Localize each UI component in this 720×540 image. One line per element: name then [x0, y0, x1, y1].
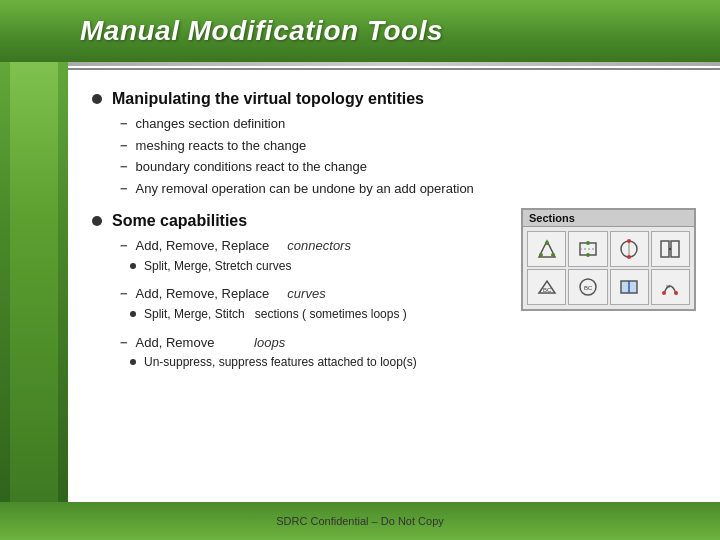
sub-bullet-dot: [130, 263, 136, 269]
svg-rect-12: [661, 241, 669, 257]
list-item: − Any removal operation can be undone by…: [120, 179, 696, 199]
cap-loops-sub: Un-suppress, suppress features attached …: [144, 354, 417, 371]
separator-top2: [68, 68, 720, 70]
svg-rect-13: [671, 241, 679, 257]
svg-point-7: [586, 253, 590, 257]
sections-panel-title: Sections: [523, 210, 694, 227]
bullet1-label: Manipulating the virtual topology entiti…: [112, 90, 424, 108]
cap-item-curves: Add, Remove, Replace curves: [136, 284, 326, 304]
footer-bar: SDRC Confidential – Do Not Copy: [0, 502, 720, 540]
svg-text:st: st: [666, 283, 671, 289]
cap-connector-sub: Split, Merge, Stretch curves: [144, 258, 291, 275]
list-item: − Add, Remove, Replace curves: [120, 284, 505, 304]
sections-grid: BC BC: [523, 227, 694, 309]
cap-group-connectors: − Add, Remove, Replace connectors Split,…: [120, 236, 505, 274]
sub-bullet: Un-suppress, suppress features attached …: [120, 354, 505, 371]
bullet2-sublist: − Add, Remove, Replace connectors Split,…: [92, 236, 505, 371]
sub-bullet: Split, Merge, Stretch curves: [120, 258, 505, 275]
section-icon-6: BC: [574, 273, 602, 301]
sections-panel: Sections: [521, 208, 696, 311]
sections-cell-6: BC: [568, 269, 607, 305]
cap-curves-sub: Split, Merge, Stitch sections ( sometime…: [144, 306, 407, 323]
section-icon-3: [615, 235, 643, 263]
left-decorative-bar: [0, 0, 68, 540]
list-item: − boundary conditions react to the chang…: [120, 157, 696, 177]
sections-cell-4: [651, 231, 690, 267]
svg-point-3: [545, 241, 549, 245]
page-title: Manual Modification Tools: [80, 15, 443, 47]
sub-bullet: Split, Merge, Stitch sections ( sometime…: [120, 306, 505, 323]
main-content: Manipulating the virtual topology entiti…: [68, 72, 720, 502]
svg-point-10: [627, 239, 631, 243]
sections-cell-7: [610, 269, 649, 305]
sections-cell-2: [568, 231, 607, 267]
capabilities-row: Some capabilities − Add, Remove, Replace…: [92, 212, 696, 381]
left-bar-inner: [10, 0, 58, 540]
bullet1-item1: changes section definition: [136, 114, 286, 134]
svg-point-22: [674, 291, 678, 295]
svg-point-6: [586, 241, 590, 245]
bullet1-item3: boundary conditions react to the change: [136, 157, 367, 177]
bullet-section-1: Manipulating the virtual topology entiti…: [92, 90, 696, 198]
sections-cell-5: BC: [527, 269, 566, 305]
sections-cell-3: [610, 231, 649, 267]
svg-point-1: [539, 253, 543, 257]
section-icon-7: [615, 273, 643, 301]
sections-cell-1: [527, 231, 566, 267]
cap-item-connectors: Add, Remove, Replace connectors: [136, 236, 351, 256]
svg-text:BC: BC: [584, 285, 593, 291]
cap-item-loops: Add, Remove loops: [136, 333, 286, 353]
header: Manual Modification Tools: [0, 0, 720, 62]
cap-group-loops: − Add, Remove loops Un-suppress, suppres…: [120, 333, 505, 371]
sections-cell-8: st: [651, 269, 690, 305]
list-item: − Add, Remove, Replace connectors: [120, 236, 505, 256]
cap-group-curves: − Add, Remove, Replace curves Split, Mer…: [120, 284, 505, 322]
section-icon-8: st: [656, 273, 684, 301]
svg-point-2: [551, 253, 555, 257]
section-icon-5: BC: [533, 273, 561, 301]
bullet-main-2: Some capabilities: [92, 212, 505, 230]
bullet1-item4: Any removal operation can be undone by a…: [136, 179, 474, 199]
separator-top: [68, 62, 720, 66]
section-icon-4: [656, 235, 684, 263]
list-item: − changes section definition: [120, 114, 696, 134]
svg-point-11: [627, 255, 631, 259]
sub-bullet-dot: [130, 311, 136, 317]
bullet2-label: Some capabilities: [112, 212, 247, 230]
bullet-dot-1: [92, 94, 102, 104]
bullet1-sublist: − changes section definition − meshing r…: [92, 114, 696, 198]
bullet-dot-2: [92, 216, 102, 226]
list-item: − Add, Remove loops: [120, 333, 505, 353]
list-item: − meshing reacts to the change: [120, 136, 696, 156]
svg-point-21: [662, 291, 666, 295]
sub-bullet-dot: [130, 359, 136, 365]
section-icon-2: [574, 235, 602, 263]
section-icon-1: [533, 235, 561, 263]
bullet-main-1: Manipulating the virtual topology entiti…: [92, 90, 696, 108]
svg-text:BC: BC: [543, 287, 552, 293]
footer-text: SDRC Confidential – Do Not Copy: [276, 515, 444, 527]
capabilities-content: Some capabilities − Add, Remove, Replace…: [92, 212, 505, 381]
bullet1-item2: meshing reacts to the change: [136, 136, 307, 156]
